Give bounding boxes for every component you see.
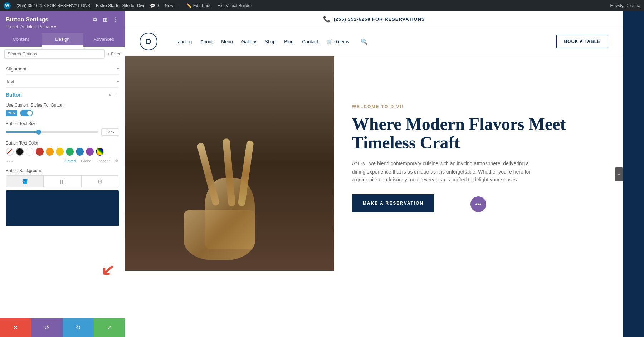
nav-contact[interactable]: Contact <box>302 39 318 44</box>
edit-page-link[interactable]: ✏️ Edit Page <box>186 3 212 8</box>
panel-title-text: Button Settings <box>6 16 48 23</box>
hero-body: At Divi, we blend contemporary cuisine w… <box>352 160 531 184</box>
copy-icon[interactable]: ⧉ <box>93 16 99 23</box>
recent-tag[interactable]: Recent <box>97 159 110 163</box>
text-title: Text <box>6 79 14 84</box>
dots-text: ••• <box>475 201 481 207</box>
site-logo[interactable]: D <box>140 33 157 50</box>
section-up-icon[interactable]: ▲ <box>108 92 112 97</box>
more-icon[interactable]: ⋮ <box>113 16 119 23</box>
book-table-button[interactable]: BOOK A TABLE <box>556 35 608 48</box>
site-name-label[interactable]: Bistro Starter Site for Divi <box>96 3 144 8</box>
slider-row: 13px <box>6 128 119 136</box>
left-panel: Button Settings ⧉ ⊞ ⋮ Preset: Architect … <box>0 11 125 337</box>
reservation-button[interactable]: MAKE A RESERVATION <box>352 194 434 212</box>
dots-icon[interactable]: • • • <box>6 159 13 163</box>
nav-shop[interactable]: Shop <box>265 39 275 44</box>
text-size-slider-track[interactable] <box>6 131 98 133</box>
tab-advanced[interactable]: Advanced <box>83 33 125 47</box>
color-swatch-purple[interactable] <box>86 148 94 156</box>
filter-button[interactable]: + Filter <box>107 51 121 57</box>
slider-fill <box>6 131 38 133</box>
cart-count: 0 items <box>334 39 349 44</box>
food-visual <box>125 56 334 271</box>
bottom-action-bar: ✕ ↺ ↻ ✓ <box>0 318 125 337</box>
wp-icon: W <box>5 4 9 8</box>
phone-banner: 📞 (255) 352-6258 FOR RESERVATIONS <box>125 11 623 27</box>
hero-heading: Where Modern Flavors Meet Timeless Craft <box>352 115 605 153</box>
color-tags: Saved Global Recent ⚙ <box>65 158 118 163</box>
button-section-controls: ▲ ⋮ <box>108 92 119 97</box>
color-transparent-swatch[interactable] <box>6 148 14 156</box>
saved-tag[interactable]: Saved <box>65 159 76 163</box>
nav-menu[interactable]: Menu <box>221 39 233 44</box>
toggle-thumb <box>27 111 32 116</box>
nav-search-icon[interactable]: 🔍 <box>361 38 368 45</box>
phone-number-text: (255) 352-6258 FOR RESERVATIONS <box>334 16 425 22</box>
color-swatch-red[interactable] <box>36 148 44 156</box>
grid-icon[interactable]: ⊞ <box>103 16 109 23</box>
image-icon: ⊡ <box>98 179 102 184</box>
alignment-section-header[interactable]: Alignment ▾ <box>0 62 125 74</box>
bg-color-option[interactable]: 🪣 <box>6 176 44 187</box>
close-button[interactable]: ✕ <box>0 318 31 337</box>
undo-button[interactable]: ↺ <box>31 318 62 337</box>
color-swatch-white[interactable] <box>26 148 34 156</box>
wp-logo[interactable]: W <box>4 2 11 9</box>
new-post-link[interactable]: New <box>165 3 173 8</box>
exit-builder-link[interactable]: Exit Visual Builder <box>218 3 252 8</box>
site-nav: D Landing About Menu Gallery Shop Blog C… <box>125 27 623 56</box>
panel-content: Alignment ▾ Text ▾ Button ▲ ⋮ <box>0 62 125 337</box>
preset-label[interactable]: Preset: Architect Primary ▾ <box>6 24 119 29</box>
phone-icon: 📞 <box>323 16 330 23</box>
text-size-option: Button Text Size 13px <box>6 121 119 136</box>
search-row: + Filter <box>0 47 125 62</box>
tab-content[interactable]: Content <box>0 33 42 47</box>
panel-title-icons: ⧉ ⊞ ⋮ <box>93 16 119 23</box>
sep1: | <box>179 3 181 9</box>
text-size-label: Button Text Size <box>6 121 119 126</box>
tab-design[interactable]: Design <box>42 33 83 47</box>
color-swatch-yellow[interactable] <box>56 148 64 156</box>
nav-landing[interactable]: Landing <box>175 39 192 44</box>
color-preview-box[interactable] <box>6 190 119 226</box>
custom-styles-toggle[interactable] <box>20 110 33 116</box>
comments-link[interactable]: 💬 0 <box>150 3 159 8</box>
alignment-arrow: ▾ <box>117 67 119 71</box>
bg-options-row: 🪣 ◫ ⊡ <box>6 175 119 187</box>
bg-image-option[interactable]: ⊡ <box>82 176 119 187</box>
hero-text: WELCOME TO DIVI! Where Modern Flavors Me… <box>334 56 623 271</box>
right-dark-panel <box>623 11 644 337</box>
nav-cart[interactable]: 🛒 0 items <box>327 39 349 44</box>
slider-thumb[interactable] <box>36 130 41 135</box>
color-swatch-orange[interactable] <box>46 148 54 156</box>
search-options-input[interactable] <box>4 49 105 59</box>
redo-button[interactable]: ↻ <box>63 318 94 337</box>
button-section-header: Button ▲ ⋮ <box>6 92 119 98</box>
hero-eyebrow: WELCOME TO DIVI! <box>352 104 605 109</box>
nav-blog[interactable]: Blog <box>284 39 293 44</box>
save-button[interactable]: ✓ <box>94 318 125 337</box>
panel-header: Button Settings ⧉ ⊞ ⋮ Preset: Architect … <box>0 11 125 33</box>
color-swatch-green[interactable] <box>66 148 74 156</box>
color-swatch-blue[interactable] <box>76 148 84 156</box>
bg-gradient-option[interactable]: ◫ <box>44 176 81 187</box>
text-section-header[interactable]: Text ▾ <box>0 75 125 87</box>
floating-dots-button[interactable]: ••• <box>470 196 486 212</box>
panel-title-row: Button Settings ⧉ ⊞ ⋮ <box>6 16 119 23</box>
color-swatch-black[interactable] <box>16 148 24 156</box>
resize-handle[interactable]: ↔ <box>615 167 623 181</box>
color-swatch-rainbow[interactable] <box>96 148 104 156</box>
nav-about[interactable]: About <box>200 39 213 44</box>
color-settings-gear[interactable]: ⚙ <box>115 158 118 163</box>
custom-styles-option: Use Custom Styles For Button YES <box>6 103 119 116</box>
button-section-title: Button <box>6 92 22 98</box>
site-name-link[interactable]: (255) 352-6258 FOR RESERVATIONS <box>16 3 90 8</box>
global-tag[interactable]: Global <box>81 159 92 163</box>
text-color-label: Button Text Color <box>6 141 119 146</box>
website-frame: 📞 (255) 352-6258 FOR RESERVATIONS D Land… <box>125 11 623 337</box>
nav-gallery[interactable]: Gallery <box>241 39 256 44</box>
section-more-icon[interactable]: ⋮ <box>115 92 119 97</box>
text-size-value[interactable]: 13px <box>101 128 119 136</box>
filter-label: Filter <box>111 52 121 57</box>
